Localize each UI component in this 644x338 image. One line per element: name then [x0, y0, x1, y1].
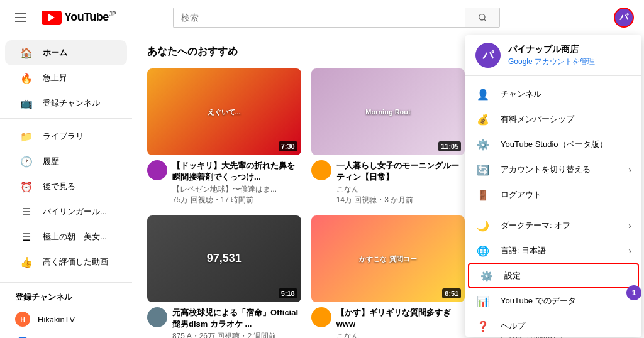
switch-arrow: ›: [628, 165, 631, 175]
logout-icon: 🚪: [475, 189, 491, 201]
dropdown-settings-label: 設定: [504, 270, 628, 281]
subscriptions-icon: 📺: [20, 97, 33, 109]
logo[interactable]: YouTubeJP: [42, 11, 116, 25]
youtube-logo-icon: [42, 11, 62, 25]
sidebar-item-library[interactable]: 📁 ライブラリ: [5, 124, 127, 149]
video-info-0: 【ドッキリ】大先輩の折れた鼻を瞬間接着剤でくっつけ... 【レベゼン地球】〜僕達…: [147, 160, 301, 205]
video-meta-1: 一人暮らし女子のモーニングルーティン【日常】 こなん 14万 回視聴・3 か月前: [336, 160, 465, 205]
dropdown-item-switch[interactable]: 🔄 アカウントを切り替える ›: [465, 157, 641, 182]
svg-point-0: [479, 14, 484, 19]
sidebar-item-trending[interactable]: 🔥 急上昇: [5, 65, 127, 90]
playlist-icon: ☰: [20, 206, 33, 218]
sidebar-item-liked[interactable]: 👍 高く評価した動画: [5, 249, 127, 275]
menu-button[interactable]: [10, 8, 31, 27]
dropdown-item-help[interactable]: ❓ ヘルプ: [465, 313, 641, 337]
duration-4: 8:51: [442, 288, 461, 298]
sidebar-item-history[interactable]: 🕐 履歴: [5, 149, 127, 174]
help-icon: ❓: [475, 320, 491, 332]
hikakin-avatar: H: [15, 312, 30, 327]
dropdown-darktheme-label: ダークテーマ: オフ: [501, 220, 618, 231]
dropdown-item-logout[interactable]: 🚪 ログアウト: [465, 182, 641, 207]
google-account-link[interactable]: Google アカウントを管理: [508, 57, 595, 67]
dropdown-menu: パ パイナップル商店 Google アカウントを管理 👤 チャンネル 💰 有料メ…: [465, 35, 641, 337]
dropdown-channel-label: チャンネル: [501, 89, 631, 100]
video-meta-0: 【ドッキリ】大先輩の折れた鼻を瞬間接着剤でくっつけ... 【レベゼン地球】〜僕達…: [172, 160, 301, 205]
sidebar-item-subscriptions[interactable]: 📺 登録チャンネル: [5, 90, 127, 116]
dropdown-user-info: パイナップル商店 Google アカウントを管理: [508, 44, 595, 67]
video-stats-3: 875 A・26万 回視聴・2 週間前: [172, 331, 301, 338]
header-left: YouTubeJP: [10, 8, 116, 27]
logo-youtube-text: YouTube: [64, 11, 109, 23]
channel-avatar-1: [311, 160, 331, 180]
studio-icon: ⚙️: [475, 139, 491, 151]
library-icon: 📁: [20, 131, 33, 143]
sidebar-library-label: ライブラリ: [43, 131, 84, 142]
video-stats-1: 14万 回視聴・3 か月前: [336, 195, 465, 205]
dropdown-item-language[interactable]: 🌐 言語: 日本語 ›: [465, 238, 641, 263]
video-meta-4: 【かす】ギリギリな質問多すぎwww こなん 112万 回視聴・1 年前: [336, 307, 465, 338]
video-card-4[interactable]: かすこな 質問コー 8:51 【かす】ギリギリな質問多すぎwww こなん 112…: [311, 215, 465, 338]
video-channel-4: こなん: [336, 331, 465, 338]
dropdown-username: パイナップル商店: [508, 44, 595, 55]
dropdown-item-darktheme[interactable]: 🌙 ダークテーマ: オフ ›: [465, 213, 641, 238]
membership-icon: 💰: [475, 114, 491, 126]
dropdown-header: パ パイナップル商店 Google アカウントを管理: [465, 35, 641, 76]
video-channel-1: こなん: [336, 184, 465, 195]
channel-avatar-3: [147, 307, 167, 327]
sidebar-history-label: 履歴: [43, 156, 59, 167]
playlist2-icon: ☰: [20, 231, 33, 243]
dropdown-item-data[interactable]: 📊 YouTube でのデータ: [465, 288, 641, 313]
sidebar-liked-label: 高く評価した動画: [43, 256, 108, 268]
dropdown-help-label: ヘルプ: [501, 320, 631, 332]
dropdown-item-studio[interactable]: ⚙️ YouTube Studio（ベータ版）: [465, 132, 641, 157]
search-input[interactable]: [173, 8, 465, 28]
channel-avatar-4: [311, 307, 331, 327]
sidebar-trending-label: 急上昇: [43, 72, 67, 84]
home-icon: 🏠: [20, 47, 33, 59]
user-avatar[interactable]: パ: [614, 8, 634, 28]
sidebar-item-home[interactable]: 🏠 ホーム: [5, 40, 127, 65]
header: YouTubeJP パ: [0, 0, 644, 35]
sidebar-channel-hikakin[interactable]: H HikakinTV: [0, 307, 132, 332]
sidebar-section-subscriptions: 登録チャンネル H HikakinTV ひ ひよんちゃん... 📋 チャンネル一…: [0, 282, 132, 338]
watch-later-icon: ⏰: [20, 181, 33, 193]
darktheme-icon: 🌙: [475, 220, 491, 232]
search-button[interactable]: [465, 8, 500, 28]
video-title-0: 【ドッキリ】大先輩の折れた鼻を瞬間接着剤でくっつけ...: [172, 160, 301, 183]
dropdown-item-settings[interactable]: ⚙️ 設定: [468, 263, 639, 288]
dropdown-item-channel[interactable]: 👤 チャンネル: [465, 82, 641, 107]
dropdown-membership-label: 有料メンバーシップ: [501, 114, 631, 125]
dropdown-data-label: YouTube でのデータ: [501, 295, 631, 307]
sidebar-later-label: 後で見る: [43, 181, 75, 192]
liked-icon: 👍: [20, 256, 33, 268]
duration-0: 7:30: [279, 141, 297, 151]
sidebar-channel-hiyonchan[interactable]: ひ ひよんちゃん...: [0, 332, 132, 338]
video-card-3[interactable]: 97,531 5:18 元高校球児による「宿命」Official髭男dism カ…: [147, 215, 301, 338]
dropdown-language-label: 言語: 日本語: [501, 245, 618, 256]
channel-avatar-0: [147, 160, 167, 180]
dropdown-avatar: パ: [475, 43, 501, 68]
sidebar-item-bilingual[interactable]: ☰ バイリンガール...: [5, 199, 127, 224]
history-icon: 🕐: [20, 156, 33, 168]
sidebar-item-morning[interactable]: ☰ 極上の朝 美女...: [5, 224, 127, 249]
sidebar-item-watch-later[interactable]: ⏰ 後で見る: [5, 174, 127, 199]
notification-badge[interactable]: 1: [626, 285, 641, 300]
dropdown-item-membership[interactable]: 💰 有料メンバーシップ: [465, 107, 641, 132]
svg-line-1: [484, 19, 486, 21]
dropdown-switch-label: アカウントを切り替える: [501, 164, 618, 175]
video-title-4: 【かす】ギリギリな質問多すぎwww: [336, 307, 465, 330]
channel-icon: 👤: [475, 89, 491, 101]
video-card-0[interactable]: えぐいて... 7:30 【ドッキリ】大先輩の折れた鼻を瞬間接着剤でくっつけ..…: [147, 68, 301, 205]
video-card-1[interactable]: Morning Rout 11:05 一人暮らし女子のモーニングルーティン【日常…: [311, 68, 465, 205]
video-title-1: 一人暮らし女子のモーニングルーティン【日常】: [336, 160, 465, 183]
language-icon: 🌐: [475, 245, 491, 257]
divider-1: [465, 210, 641, 210]
video-info-3: 元高校球児による「宿命」Official髭男dism カラオケ ... 875 …: [147, 307, 301, 338]
thumbnail-4: かすこな 質問コー 8:51: [311, 215, 465, 302]
sidebar: 🏠 ホーム 🔥 急上昇 📺 登録チャンネル 📁 ライブラリ 🕐 履歴 ⏰ 後で見…: [0, 35, 132, 338]
data-icon: 📊: [475, 295, 491, 307]
logo-text: YouTubeJP: [64, 11, 116, 24]
sidebar-hikakin-label: HikakinTV: [38, 315, 75, 324]
search-bar: [173, 8, 500, 28]
fire-icon: 🔥: [20, 72, 33, 84]
